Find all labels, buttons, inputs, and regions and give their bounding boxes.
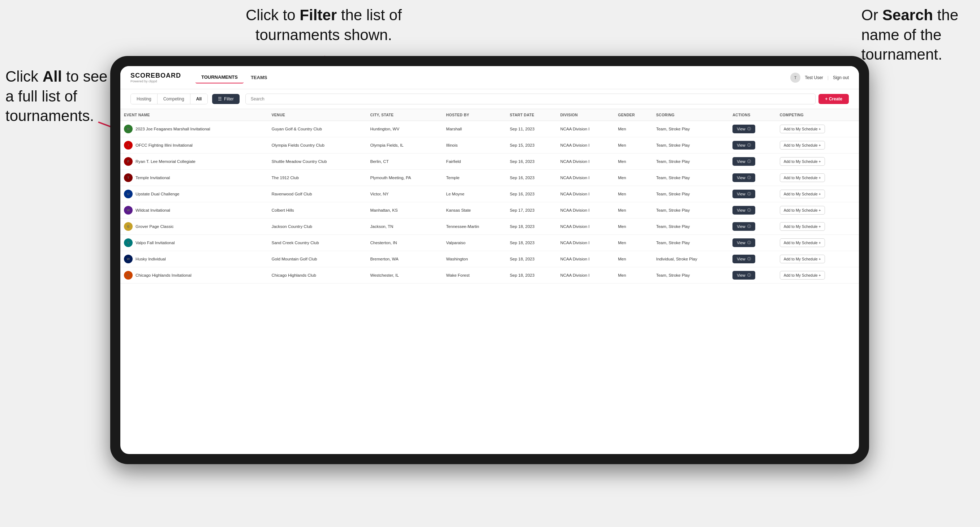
view-button-4[interactable]: View ⓘ: [732, 190, 755, 198]
team-logo-2: F: [124, 157, 133, 166]
sign-out-link[interactable]: Sign out: [833, 75, 849, 80]
tab-hosting[interactable]: Hosting: [131, 94, 158, 104]
cell-scoring-6: Team, Stroke Play: [652, 219, 729, 235]
col-actions: ACTIONS: [729, 109, 776, 121]
add-schedule-label-6: Add to My Schedule +: [784, 224, 821, 229]
cell-date-4: Sep 16, 2023: [506, 186, 557, 202]
cell-actions-5: View ⓘ: [729, 202, 776, 219]
add-schedule-label-4: Add to My Schedule +: [784, 192, 821, 196]
event-name-text-4: Upstate Dual Challenge: [135, 192, 179, 196]
cell-competing-4: Add to My Schedule +: [776, 186, 859, 202]
cell-division-9: NCAA Division I: [557, 267, 614, 284]
cell-event-name-6: G Grover Page Classic: [120, 219, 268, 235]
filter-tab-group: Hosting Competing All: [130, 94, 208, 105]
cell-venue-9: Chicago Highlands Club: [268, 267, 367, 284]
view-button-6[interactable]: View ⓘ: [732, 222, 755, 231]
team-logo-1: I: [124, 141, 133, 149]
cell-actions-9: View ⓘ: [729, 267, 776, 284]
view-button-7[interactable]: View ⓘ: [732, 238, 755, 247]
view-button-5[interactable]: View ⓘ: [732, 206, 755, 214]
add-schedule-button-3[interactable]: Add to My Schedule +: [780, 173, 825, 182]
info-icon-1: ⓘ: [747, 143, 751, 148]
add-schedule-button-0[interactable]: Add to My Schedule +: [780, 125, 825, 133]
add-schedule-button-7[interactable]: Add to My Schedule +: [780, 238, 825, 247]
annotation-top-right: Or Search thename of thetournament.: [861, 5, 958, 65]
cell-scoring-4: Team, Stroke Play: [652, 186, 729, 202]
team-logo-9: C: [124, 271, 133, 279]
add-schedule-label-0: Add to My Schedule +: [784, 127, 821, 131]
view-button-9[interactable]: View ⓘ: [732, 271, 755, 279]
cell-scoring-7: Team, Stroke Play: [652, 235, 729, 251]
cell-date-9: Sep 18, 2023: [506, 267, 557, 284]
cell-division-6: NCAA Division I: [557, 219, 614, 235]
add-schedule-button-4[interactable]: Add to My Schedule +: [780, 190, 825, 198]
add-schedule-label-9: Add to My Schedule +: [784, 273, 821, 278]
cell-actions-7: View ⓘ: [729, 235, 776, 251]
cell-hosted-1: Illinois: [443, 137, 506, 154]
add-schedule-button-5[interactable]: Add to My Schedule +: [780, 206, 825, 214]
info-icon-2: ⓘ: [747, 159, 751, 164]
cell-hosted-8: Washington: [443, 251, 506, 267]
view-button-8[interactable]: View ⓘ: [732, 255, 755, 264]
filter-button[interactable]: ☰ Filter: [212, 94, 240, 104]
nav-tab-tournaments[interactable]: TOURNAMENTS: [196, 71, 243, 83]
add-schedule-button-1[interactable]: Add to My Schedule +: [780, 141, 825, 149]
info-icon-8: ⓘ: [747, 256, 751, 262]
create-button[interactable]: + Create: [818, 94, 849, 104]
nav-tab-teams[interactable]: TEAMS: [245, 71, 273, 83]
cell-city-1: Olympia Fields, IL: [367, 137, 443, 154]
table-row: V Valpo Fall Invitational Sand Creek Cou…: [120, 235, 859, 251]
team-logo-0: M: [124, 125, 133, 133]
event-name-text-6: Grover Page Classic: [135, 224, 173, 229]
add-schedule-button-9[interactable]: Add to My Schedule +: [780, 271, 825, 279]
add-schedule-button-6[interactable]: Add to My Schedule +: [780, 222, 825, 231]
cell-division-0: NCAA Division I: [557, 121, 614, 137]
col-scoring: SCORING: [652, 109, 729, 121]
cell-date-8: Sep 18, 2023: [506, 251, 557, 267]
team-logo-7: V: [124, 238, 133, 247]
view-label-0: View: [737, 127, 746, 131]
cell-date-0: Sep 11, 2023: [506, 121, 557, 137]
view-button-1[interactable]: View ⓘ: [732, 141, 755, 149]
view-button-2[interactable]: View ⓘ: [732, 157, 755, 166]
cell-actions-8: View ⓘ: [729, 251, 776, 267]
view-button-0[interactable]: View ⓘ: [732, 125, 755, 133]
info-icon-4: ⓘ: [747, 191, 751, 197]
cell-venue-8: Gold Mountain Golf Club: [268, 251, 367, 267]
cell-venue-6: Jackson Country Club: [268, 219, 367, 235]
team-logo-5: W: [124, 206, 133, 214]
info-icon-6: ⓘ: [747, 224, 751, 229]
cell-competing-8: Add to My Schedule +: [776, 251, 859, 267]
cell-scoring-5: Team, Stroke Play: [652, 202, 729, 219]
tournaments-table: EVENT NAME VENUE CITY, STATE HOSTED BY S…: [120, 109, 859, 284]
add-schedule-label-1: Add to My Schedule +: [784, 143, 821, 148]
search-input[interactable]: [245, 94, 816, 105]
view-label-3: View: [737, 176, 746, 180]
view-label-2: View: [737, 159, 746, 163]
cell-event-name-9: C Chicago Highlands Invitational: [120, 267, 268, 284]
table-row: T Temple Invitational The 1912 Club Plym…: [120, 170, 859, 186]
cell-competing-0: Add to My Schedule +: [776, 121, 859, 137]
view-label-8: View: [737, 257, 746, 261]
table-container[interactable]: EVENT NAME VENUE CITY, STATE HOSTED BY S…: [120, 109, 859, 454]
cell-gender-9: Men: [614, 267, 652, 284]
col-start-date: START DATE: [506, 109, 557, 121]
event-name-text-9: Chicago Highlands Invitational: [135, 273, 191, 278]
event-name-text-0: 2023 Joe Feaganes Marshall Invitational: [135, 127, 210, 131]
table-row: G Grover Page Classic Jackson Country Cl…: [120, 219, 859, 235]
add-schedule-button-2[interactable]: Add to My Schedule +: [780, 157, 825, 166]
cell-gender-0: Men: [614, 121, 652, 137]
add-schedule-label-8: Add to My Schedule +: [784, 257, 821, 261]
cell-date-5: Sep 17, 2023: [506, 202, 557, 219]
view-label-1: View: [737, 143, 746, 148]
user-avatar: T: [790, 73, 800, 83]
add-schedule-button-8[interactable]: Add to My Schedule +: [780, 255, 825, 264]
cell-division-5: NCAA Division I: [557, 202, 614, 219]
cell-division-3: NCAA Division I: [557, 170, 614, 186]
info-icon-0: ⓘ: [747, 126, 751, 132]
add-schedule-label-7: Add to My Schedule +: [784, 241, 821, 245]
view-button-3[interactable]: View ⓘ: [732, 173, 755, 182]
tab-all[interactable]: All: [191, 94, 207, 104]
tab-competing[interactable]: Competing: [158, 94, 191, 104]
cell-venue-3: The 1912 Club: [268, 170, 367, 186]
